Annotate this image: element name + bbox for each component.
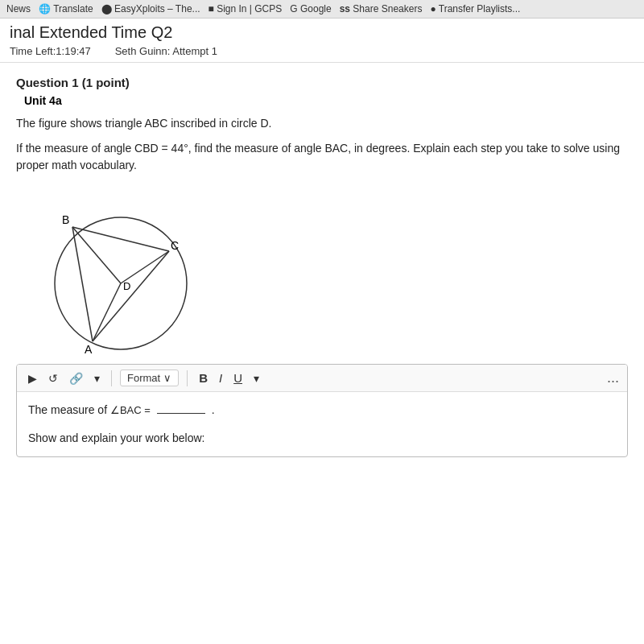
- answer-line: The measure of ∠BAC = .: [28, 400, 616, 420]
- italic-button[interactable]: I: [216, 369, 225, 386]
- underline-button[interactable]: U: [230, 369, 246, 386]
- label-D: D: [123, 280, 130, 292]
- more-options[interactable]: ...: [607, 369, 619, 386]
- editor-toolbar: ▶ ↺ 🔗 ▾ Format ∨ B I U ▾ ...: [17, 365, 627, 392]
- nav-google[interactable]: G Google: [290, 3, 331, 14]
- quiz-meta: Time Left:1:19:47 Seth Guinn: Attempt 1: [10, 45, 634, 57]
- editor-box: ▶ ↺ 🔗 ▾ Format ∨ B I U ▾ ...: [16, 364, 628, 457]
- nav-easyxploits[interactable]: ⬤ EasyXploits – The...: [101, 3, 200, 14]
- label-C: C: [171, 239, 179, 252]
- question-points: (1 point): [82, 76, 130, 89]
- question-text2: If the measure of angle CBD = 44°, find …: [16, 140, 628, 174]
- svg-line-4: [72, 227, 121, 283]
- bold-button[interactable]: B: [196, 369, 211, 386]
- toolbar-divider-1: [111, 370, 112, 386]
- format-more-button[interactable]: ▾: [250, 370, 262, 386]
- format-chevron: ∨: [163, 372, 171, 384]
- quiz-title: inal Extended Time Q2: [10, 23, 634, 42]
- user-attempt: Seth Guinn: Attempt 1: [115, 45, 217, 57]
- show-work-label: Show and explain your work below:: [28, 428, 616, 448]
- main-content: Question 1 (1 point) Unit 4a The figure …: [0, 63, 644, 644]
- period: .: [212, 403, 215, 416]
- label-B: B: [62, 213, 69, 226]
- nav-transfer-playlists[interactable]: ● Transfer Playlists...: [430, 3, 520, 14]
- editor-content[interactable]: The measure of ∠BAC = . Show and explain…: [17, 392, 627, 456]
- toolbar-divider-2: [187, 370, 188, 386]
- question-header: Question 1 (1 point): [16, 76, 628, 89]
- triangle-circle-diagram: B C A D: [40, 187, 209, 356]
- angle-bac: ∠BAC =: [110, 404, 151, 416]
- svg-line-1: [72, 227, 93, 341]
- browser-nav-bar: News 🌐 Translate ⬤ EasyXploits – The... …: [0, 0, 644, 19]
- nav-share-sneakers[interactable]: ss Share Sneakers: [340, 3, 423, 14]
- svg-line-5: [121, 251, 169, 283]
- question-text1: The figure shows triangle ABC inscribed …: [16, 115, 628, 132]
- format-dropdown[interactable]: Format ∨: [120, 369, 179, 386]
- refresh-button[interactable]: ↺: [45, 370, 61, 386]
- format-label: Format: [127, 372, 160, 384]
- play-button[interactable]: ▶: [25, 370, 40, 386]
- nav-translate[interactable]: 🌐 Translate: [39, 3, 93, 14]
- label-A: A: [85, 343, 93, 356]
- time-left: Time Left:1:19:47: [10, 45, 91, 57]
- link-button[interactable]: 🔗: [66, 370, 86, 386]
- page-header: inal Extended Time Q2 Time Left:1:19:47 …: [0, 19, 644, 63]
- unit-label: Unit 4a: [24, 94, 628, 107]
- svg-line-2: [72, 227, 169, 251]
- question-number: Question 1: [16, 76, 79, 89]
- nav-gcps[interactable]: ■ Sign In | GCPS: [208, 3, 283, 14]
- answer-blank: [157, 413, 205, 414]
- nav-news[interactable]: News: [6, 3, 31, 14]
- dropdown-arrow[interactable]: ▾: [91, 370, 103, 386]
- answer-prefix: The measure of: [28, 403, 110, 416]
- diagram-container: B C A D: [40, 187, 201, 348]
